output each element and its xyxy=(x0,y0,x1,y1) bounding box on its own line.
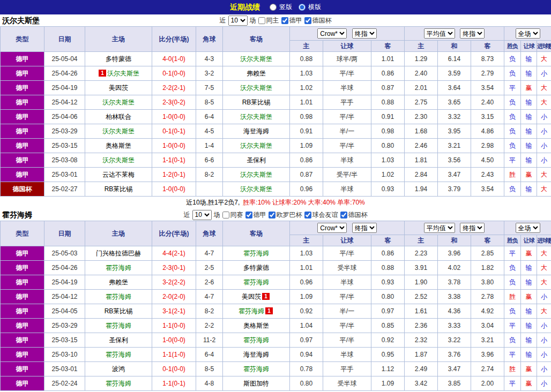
team-name[interactable]: 沃尔夫斯堡 xyxy=(102,156,135,164)
team-name[interactable]: 海登海姆 xyxy=(243,127,269,135)
team-name[interactable]: 沃尔夫斯堡 xyxy=(107,70,139,77)
score-cell[interactable]: 1-1(0-1) xyxy=(152,153,196,168)
team-name[interactable]: 海登海姆 xyxy=(243,351,269,358)
odds-time-select-1[interactable]: 终指 xyxy=(352,28,377,39)
score-cell[interactable]: 1-0(0-0) xyxy=(152,182,196,197)
score-cell[interactable]: 3-2(2-2) xyxy=(152,275,196,290)
filter-checkbox-input[interactable] xyxy=(258,17,265,24)
odds-company-select[interactable]: Crow* xyxy=(317,28,347,39)
odds-away-cell: 0.91 xyxy=(371,110,405,124)
team-name[interactable]: 波鸿 xyxy=(112,365,125,373)
filter-checkbox-input[interactable] xyxy=(222,212,229,218)
score-cell[interactable]: 2-3(0-1) xyxy=(152,261,196,275)
fulltime-select[interactable]: 全场 xyxy=(516,223,540,233)
avg-draw-cell: 3.76 xyxy=(438,348,471,362)
team-name[interactable]: RB莱比锡 xyxy=(105,307,133,315)
team-name[interactable]: 沃尔夫斯堡 xyxy=(102,127,135,135)
score-cell[interactable]: 2-0(2-0) xyxy=(152,290,196,304)
score-cell[interactable]: 1-0(0-0) xyxy=(152,333,196,348)
result-handicap-cell: 输 xyxy=(521,319,537,333)
score-cell[interactable]: 2-2(2-1) xyxy=(152,81,196,95)
filter-checkbox[interactable]: 德国杯 xyxy=(340,210,368,220)
col-corner: 角球 xyxy=(196,27,223,52)
score-cell[interactable]: 1-2(0-1) xyxy=(152,168,196,182)
odds-time-select-1[interactable]: 终指 xyxy=(352,223,377,233)
fulltime-select[interactable]: 全场 xyxy=(516,28,540,39)
score-cell[interactable]: 1-1(0-1) xyxy=(152,376,196,391)
team-name[interactable]: 沃尔夫斯堡 xyxy=(240,171,272,178)
score-cell[interactable]: 4-4(2-1) xyxy=(152,246,196,261)
match-count-select[interactable]: 10 xyxy=(228,16,248,26)
odds-time-select-2[interactable]: 终指 xyxy=(460,223,485,233)
score-cell[interactable]: 1-1(0-0) xyxy=(152,319,196,333)
team-name[interactable]: 柏林联合 xyxy=(106,113,131,120)
filter-checkbox[interactable]: 德甲 xyxy=(281,16,302,25)
league-type-cell: 德甲 xyxy=(1,95,44,110)
score-cell[interactable]: 0-1(0-1) xyxy=(152,124,196,139)
filter-checkbox-input[interactable] xyxy=(304,17,311,24)
team-name[interactable]: 沃尔夫斯堡 xyxy=(240,185,272,193)
filter-checkbox[interactable]: 德国杯 xyxy=(304,16,332,25)
score-cell[interactable]: 2-3(0-2) xyxy=(152,95,196,110)
filter-checkbox-input[interactable] xyxy=(281,17,288,24)
team-name[interactable]: 沃尔夫斯堡 xyxy=(102,99,135,106)
team-name[interactable]: 沃尔夫斯堡 xyxy=(240,84,272,92)
team-name[interactable]: 奥格斯堡 xyxy=(243,322,269,329)
team-name[interactable]: 奥格斯堡 xyxy=(106,142,131,149)
score-cell[interactable]: 0-1(0-0) xyxy=(152,66,196,81)
corner-cell: 1-4 xyxy=(196,139,223,153)
team-name[interactable]: RB莱比锡 xyxy=(105,185,133,193)
team-name[interactable]: 霍芬海姆 xyxy=(106,293,131,300)
team-name[interactable]: 美因茨 xyxy=(109,84,128,92)
filter-checkbox[interactable]: 同主 xyxy=(258,16,279,25)
team-name[interactable]: 霍芬海姆 xyxy=(239,307,264,315)
team-name[interactable]: 弗赖堡 xyxy=(109,278,128,286)
team-name[interactable]: 霍芬海姆 xyxy=(243,336,269,344)
filter-checkbox-input[interactable] xyxy=(304,212,311,218)
filter-checkbox-input[interactable] xyxy=(269,212,276,218)
home-team-cell: 弗赖堡 xyxy=(85,275,152,290)
team-name[interactable]: 霍芬海姆 xyxy=(106,264,131,272)
team-name[interactable]: 美因茨 xyxy=(242,293,261,300)
team-name[interactable]: 霍芬海姆 xyxy=(243,278,269,286)
team-name[interactable]: 弗赖堡 xyxy=(247,70,266,77)
team-name[interactable]: 多特蒙德 xyxy=(106,55,131,63)
team-name[interactable]: 霍芬海姆 xyxy=(106,351,131,358)
team-name[interactable]: 云达不莱梅 xyxy=(102,171,135,178)
team-name[interactable]: 霍芬海姆 xyxy=(243,250,269,257)
team-name[interactable]: 沃尔夫斯堡 xyxy=(240,113,272,120)
filter-checkbox[interactable]: 德甲 xyxy=(245,210,266,220)
score-cell[interactable]: 3-1(2-1) xyxy=(152,304,196,319)
team-name[interactable]: 斯图加特 xyxy=(243,380,269,387)
team-name[interactable]: 沃尔夫斯堡 xyxy=(240,142,272,149)
team-name[interactable]: 霍芬海姆 xyxy=(106,380,131,387)
team-name[interactable]: 霍芬海姆 xyxy=(243,365,269,373)
filter-checkbox[interactable]: 球会友谊 xyxy=(304,210,338,220)
odds-company-select[interactable]: Crow* xyxy=(317,223,347,233)
view-radio[interactable] xyxy=(270,4,277,11)
team-name[interactable]: RB莱比锡 xyxy=(242,99,271,106)
result-goals-cell: 大 xyxy=(537,81,551,95)
view-radio[interactable] xyxy=(299,4,306,11)
score-cell[interactable]: 1-0(0-0) xyxy=(152,139,196,153)
filter-checkbox-input[interactable] xyxy=(340,212,347,218)
team-name[interactable]: 圣保利 xyxy=(109,336,128,344)
score-cell[interactable]: 0-1(0-0) xyxy=(152,362,196,376)
score-cell[interactable]: 4-0(1-0) xyxy=(152,52,196,66)
match-count-select[interactable]: 10 xyxy=(192,210,212,220)
score-cell[interactable]: 1-0(0-0) xyxy=(152,110,196,124)
team-name[interactable]: 沃尔夫斯堡 xyxy=(240,55,272,63)
filter-checkbox[interactable]: 欧罗巴杯 xyxy=(269,210,302,220)
view-option[interactable]: 横版 xyxy=(299,3,321,12)
average-select[interactable]: 平均值 xyxy=(424,223,455,233)
average-select[interactable]: 平均值 xyxy=(424,28,455,39)
team-name[interactable]: 门兴格拉德巴赫 xyxy=(96,250,141,257)
view-option[interactable]: 竖版 xyxy=(270,3,292,12)
team-name[interactable]: 多特蒙德 xyxy=(243,264,269,272)
score-cell[interactable]: 1-1(1-0) xyxy=(152,348,196,362)
filter-checkbox-input[interactable] xyxy=(245,212,252,218)
odds-time-select-2[interactable]: 终指 xyxy=(460,28,485,39)
filter-checkbox[interactable]: 同赛 xyxy=(222,210,243,220)
team-name[interactable]: 霍芬海姆 xyxy=(106,322,131,329)
team-name[interactable]: 圣保利 xyxy=(247,156,266,164)
